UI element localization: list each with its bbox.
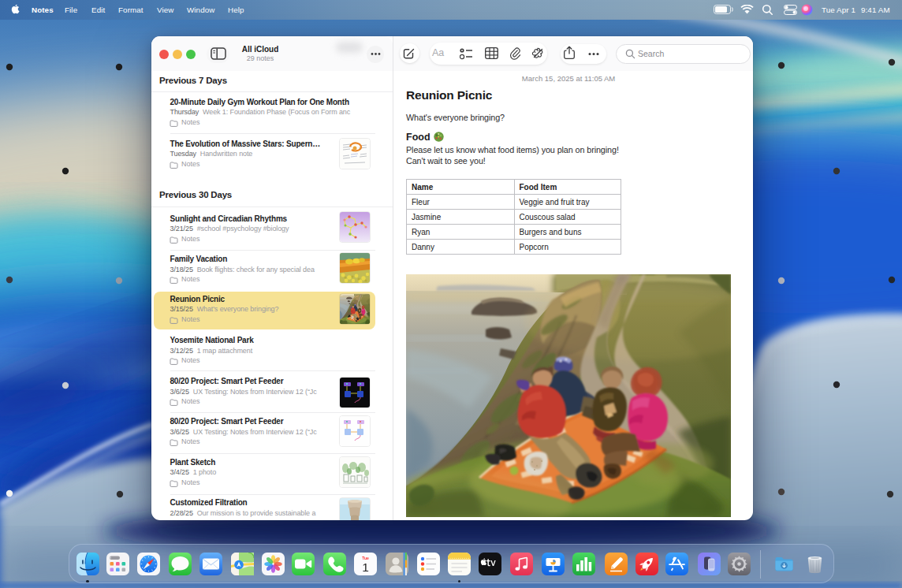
svg-text:1: 1 [362, 560, 369, 574]
